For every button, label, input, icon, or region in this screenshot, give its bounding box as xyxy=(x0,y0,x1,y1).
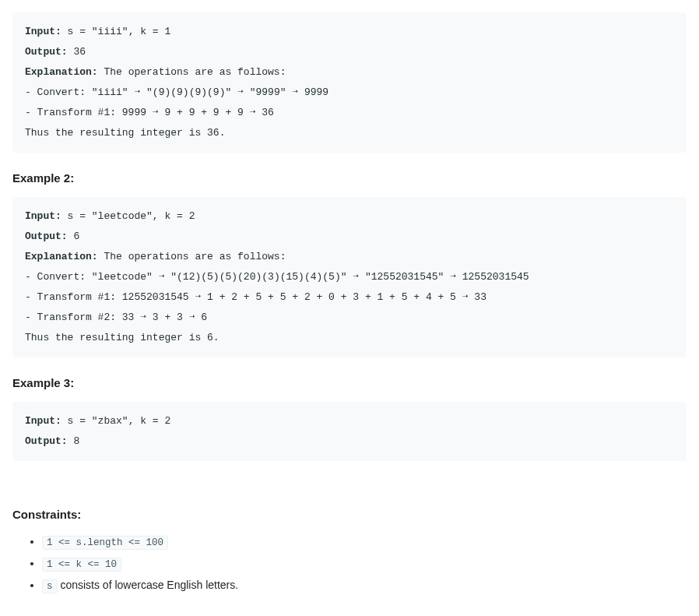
explanation-line-transform-2: - Transform #2: 33 ➝ 3 + 3 ➝ 6 xyxy=(25,312,207,323)
input-value: s = "leetcode", k = 2 xyxy=(61,210,195,222)
output-label: Output: xyxy=(25,46,68,58)
input-label: Input: xyxy=(25,26,61,37)
input-value: s = "zbax", k = 2 xyxy=(61,415,170,427)
explanation-label: Explanation: xyxy=(25,66,98,78)
input-label: Input: xyxy=(25,210,61,222)
example-1-block: Input: s = "iiii", k = 1 Output: 36 Expl… xyxy=(12,12,687,153)
constraints-heading: Constraints: xyxy=(12,508,687,521)
constraints-list: 1 <= s.length <= 100 1 <= k <= 10 s cons… xyxy=(12,533,687,593)
example-2-heading: Example 2: xyxy=(12,171,687,185)
example-3-block: Input: s = "zbax", k = 2 Output: 8 xyxy=(12,402,687,461)
example-2-block: Input: s = "leetcode", k = 2 Output: 6 E… xyxy=(12,197,687,357)
output-label: Output: xyxy=(25,435,68,447)
explanation-line-result: Thus the resulting integer is 6. xyxy=(25,332,220,343)
constraint-code: 1 <= k <= 10 xyxy=(42,558,121,572)
explanation-label: Explanation: xyxy=(25,251,98,262)
explanation-value: The operations are as follows: xyxy=(98,66,286,78)
output-value: 6 xyxy=(68,231,80,242)
constraint-text: consists of lowercase English letters. xyxy=(58,579,239,591)
constraint-item: 1 <= k <= 10 xyxy=(42,555,687,572)
example-3-heading: Example 3: xyxy=(12,376,687,389)
explanation-line-convert: - Convert: "iiii" ➝ "(9)(9)(9)(9)" ➝ "99… xyxy=(25,86,328,98)
input-value: s = "iiii", k = 1 xyxy=(61,26,170,37)
constraint-item: 1 <= s.length <= 100 xyxy=(42,533,687,551)
constraint-code: s xyxy=(42,579,58,593)
explanation-line-transform-1: - Transform #1: 9999 ➝ 9 + 9 + 9 + 9 ➝ 3… xyxy=(25,107,274,118)
input-label: Input: xyxy=(25,415,61,427)
output-label: Output: xyxy=(25,231,68,242)
output-value: 8 xyxy=(68,435,80,447)
explanation-line-transform-1: - Transform #1: 12552031545 ➝ 1 + 2 + 5 … xyxy=(25,291,486,303)
output-value: 36 xyxy=(68,46,86,58)
explanation-line-convert: - Convert: "leetcode" ➝ "(12)(5)(5)(20)(… xyxy=(25,271,529,283)
explanation-line-result: Thus the resulting integer is 36. xyxy=(25,127,225,139)
constraint-code: 1 <= s.length <= 100 xyxy=(42,536,168,550)
explanation-value: The operations are as follows: xyxy=(98,251,286,262)
constraint-item: s consists of lowercase English letters. xyxy=(42,577,687,594)
